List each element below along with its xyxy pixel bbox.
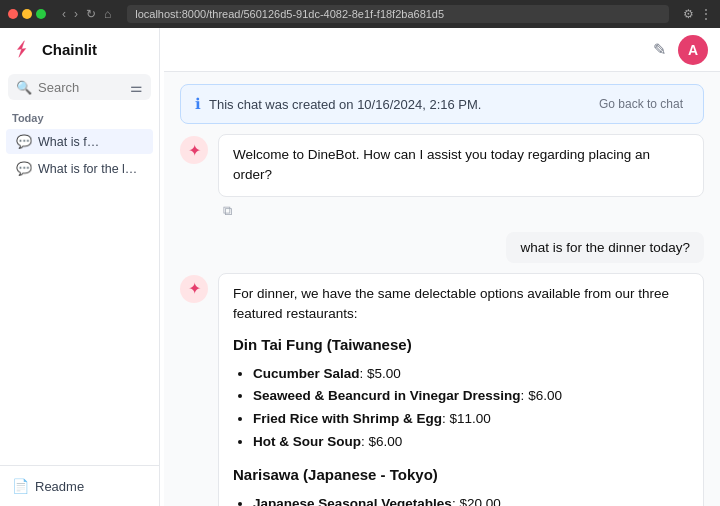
list-item: Seaweed & Beancurd in Vinegar Dressing: … bbox=[253, 385, 689, 408]
sidebar: Chainlit 🔍 ⚌ Today 💬 What is for the din… bbox=[0, 28, 160, 506]
sidebar-item-dinner-label: What is for the dinner t... bbox=[38, 135, 106, 149]
bot-avatar: ✦ bbox=[180, 136, 208, 164]
item-price: $6.00 bbox=[369, 434, 403, 449]
item-name: Seaweed & Beancurd in Vinegar Dressing bbox=[253, 388, 521, 403]
sidebar-item-lunch-label: What is for the lunch today? bbox=[38, 162, 143, 176]
forward-button[interactable]: › bbox=[72, 7, 80, 21]
window-controls bbox=[8, 9, 46, 19]
bot-menu-bubble: For dinner, we have the same delectable … bbox=[218, 273, 704, 507]
chat-header: ✎ A bbox=[164, 28, 720, 72]
restaurant-2-name: Narisawa (Japanese - Tokyo) bbox=[233, 464, 689, 487]
logo-text: Chainlit bbox=[42, 41, 97, 58]
go-back-button[interactable]: Go back to chat bbox=[593, 94, 689, 114]
browser-toolbar-icons: ⚙ ⋮ bbox=[683, 7, 712, 21]
item-price: $11.00 bbox=[450, 411, 491, 426]
back-button[interactable]: ‹ bbox=[60, 7, 68, 21]
list-item: Japanese Seasonal Vegetables: $20.00 bbox=[253, 493, 689, 506]
address-bar[interactable]: localhost:8000/thread/560126d5-91dc-4082… bbox=[127, 5, 669, 23]
bot-menu-content: For dinner, we have the same delectable … bbox=[218, 273, 704, 507]
extensions-icon[interactable]: ⚙ bbox=[683, 7, 694, 21]
list-item: Cucumber Salad: $5.00 bbox=[253, 363, 689, 386]
menu-icon[interactable]: ⋮ bbox=[700, 7, 712, 21]
sidebar-header: Chainlit bbox=[0, 28, 159, 70]
restaurant-2-items: Japanese Seasonal Vegetables: $20.00 Fir… bbox=[233, 493, 689, 506]
item-price: $6.00 bbox=[528, 388, 562, 403]
restaurant-1: Din Tai Fung (Taiwanese) Cucumber Salad:… bbox=[233, 334, 689, 454]
chat-icon-2: 💬 bbox=[16, 161, 32, 176]
menu-intro: For dinner, we have the same delectable … bbox=[233, 284, 689, 325]
readme-label: Readme bbox=[35, 479, 84, 494]
user-message-dinner: what is for the dinner today? bbox=[180, 232, 704, 263]
item-price: $20.00 bbox=[459, 496, 500, 506]
close-window-button[interactable] bbox=[8, 9, 18, 19]
user-text: what is for the dinner today? bbox=[520, 240, 690, 255]
list-item: Hot & Sour Soup: $6.00 bbox=[253, 431, 689, 454]
bot-bubble: Welcome to DineBot. How can I assist you… bbox=[218, 134, 704, 197]
restaurant-2: Narisawa (Japanese - Tokyo) Japanese Sea… bbox=[233, 464, 689, 506]
item-name: Japanese Seasonal Vegetables bbox=[253, 496, 452, 506]
reload-button[interactable]: ↻ bbox=[84, 7, 98, 21]
bot-message-welcome: ✦ Welcome to DineBot. How can I assist y… bbox=[180, 134, 704, 222]
readme-item[interactable]: 📄 Readme bbox=[10, 474, 149, 498]
restaurant-1-items: Cucumber Salad: $5.00 Seaweed & Beancurd… bbox=[233, 363, 689, 455]
app: Chainlit 🔍 ⚌ Today 💬 What is for the din… bbox=[0, 28, 720, 506]
chat-icon: 💬 bbox=[16, 134, 32, 149]
url-text: localhost:8000/thread/560126d5-91dc-4082… bbox=[135, 8, 444, 20]
browser-navigation: ‹ › ↻ ⌂ bbox=[60, 7, 113, 21]
bot-avatar-2: ✦ bbox=[180, 275, 208, 303]
bot-welcome-text: Welcome to DineBot. How can I assist you… bbox=[233, 147, 650, 182]
search-icon: 🔍 bbox=[16, 80, 32, 95]
bot-icon: ✦ bbox=[188, 141, 201, 160]
delete-chat-button[interactable]: 🗑 bbox=[128, 134, 143, 149]
item-price: $5.00 bbox=[367, 366, 401, 381]
chainlit-logo-icon bbox=[12, 38, 34, 60]
info-banner-text: This chat was created on 10/16/2024, 2:1… bbox=[209, 97, 585, 112]
minimize-window-button[interactable] bbox=[22, 9, 32, 19]
bot-message-content: Welcome to DineBot. How can I assist you… bbox=[218, 134, 704, 222]
new-chat-button[interactable]: ✎ bbox=[649, 36, 670, 63]
user-bubble: what is for the dinner today? bbox=[506, 232, 704, 263]
info-icon: ℹ bbox=[195, 95, 201, 113]
home-button[interactable]: ⌂ bbox=[102, 7, 113, 21]
item-name: Fried Rice with Shrimp & Egg bbox=[253, 411, 442, 426]
maximize-window-button[interactable] bbox=[36, 9, 46, 19]
sidebar-item-lunch[interactable]: 💬 What is for the lunch today? bbox=[6, 156, 153, 181]
item-name: Hot & Sour Soup bbox=[253, 434, 361, 449]
bot-icon-2: ✦ bbox=[188, 279, 201, 298]
user-avatar-button[interactable]: A bbox=[678, 35, 708, 65]
copy-button[interactable]: ⧉ bbox=[218, 200, 237, 222]
bot-message-menu: ✦ For dinner, we have the same delectabl… bbox=[180, 273, 704, 507]
readme-icon: 📄 bbox=[12, 478, 29, 494]
edit-chat-button[interactable]: ✎ bbox=[112, 134, 125, 149]
messages-container[interactable]: ℹ This chat was created on 10/16/2024, 2… bbox=[164, 72, 720, 506]
sidebar-item-dinner[interactable]: 💬 What is for the dinner t... ✎ 🗑 bbox=[6, 129, 153, 154]
list-item: Fried Rice with Shrimp & Egg: $11.00 bbox=[253, 408, 689, 431]
browser-bar: ‹ › ↻ ⌂ localhost:8000/thread/560126d5-9… bbox=[0, 0, 720, 28]
sidebar-footer: 📄 Readme bbox=[0, 465, 159, 506]
filter-icon[interactable]: ⚌ bbox=[130, 79, 143, 95]
search-input[interactable] bbox=[38, 80, 124, 95]
chat-main: ✎ A ℹ This chat was created on 10/16/202… bbox=[164, 28, 720, 506]
item-name: Cucumber Salad bbox=[253, 366, 360, 381]
info-banner: ℹ This chat was created on 10/16/2024, 2… bbox=[180, 84, 704, 124]
search-bar-container: 🔍 ⚌ bbox=[8, 74, 151, 100]
restaurant-1-name: Din Tai Fung (Taiwanese) bbox=[233, 334, 689, 357]
today-label: Today bbox=[0, 104, 159, 128]
